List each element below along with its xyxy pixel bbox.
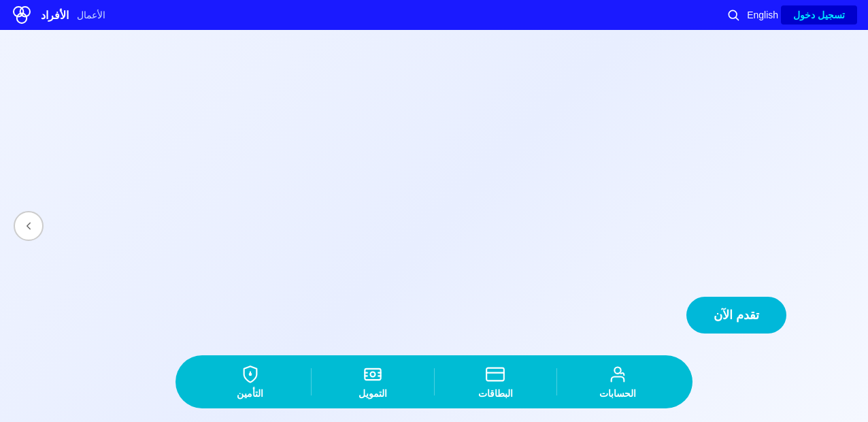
svg-point-9 (370, 372, 375, 377)
quick-access-accounts[interactable]: الحسابات (557, 365, 679, 399)
cards-icon (486, 365, 505, 384)
insurance-label: التأمين (237, 388, 263, 399)
svg-point-0 (729, 10, 737, 18)
accounts-icon (608, 365, 627, 384)
accounts-label: الحسابات (599, 388, 636, 399)
logo-icon[interactable] (11, 4, 33, 26)
financing-label: التمويل (358, 388, 387, 399)
afrad-nav-item[interactable]: الأفراد (41, 9, 69, 22)
svg-line-1 (736, 18, 739, 20)
quick-access-bar: الحسابات البطاقات التمويل (176, 355, 692, 408)
aamal-nav-item[interactable]: الأعمال (77, 10, 105, 20)
svg-rect-8 (365, 369, 380, 380)
divider-2 (434, 368, 435, 395)
financing-icon (363, 365, 382, 384)
quick-access-cards[interactable]: البطاقات (435, 365, 556, 399)
quick-access-insurance[interactable]: التأمين (189, 365, 311, 399)
language-toggle-button[interactable]: English (747, 10, 778, 20)
login-button[interactable]: تسجيل دخول (781, 5, 857, 25)
search-icon[interactable] (722, 4, 744, 26)
divider-3 (311, 368, 312, 395)
main-content: تقدم الآن الحسابات البطاقات (0, 30, 868, 422)
svg-rect-6 (486, 368, 504, 381)
quick-access-financing[interactable]: التمويل (312, 365, 433, 399)
divider-1 (556, 368, 557, 395)
svg-point-5 (615, 368, 621, 374)
insurance-icon (241, 365, 260, 384)
nav-left-group: تسجيل دخول English (722, 4, 857, 26)
cards-label: البطاقات (478, 388, 513, 399)
nav-right-group: الأعمال الأفراد (11, 4, 105, 26)
apply-now-button[interactable]: تقدم الآن (686, 297, 786, 334)
top-navigation: تسجيل دخول English الأعمال الأفراد (0, 0, 868, 30)
slider-prev-button[interactable] (14, 211, 44, 241)
